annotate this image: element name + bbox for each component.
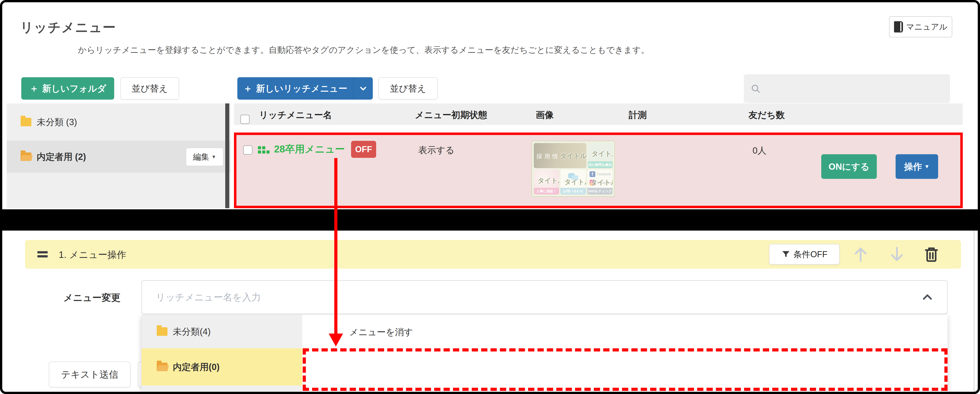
tile-title: タイトル — [560, 152, 586, 160]
tile-banner: SNSをチェック — [587, 188, 612, 195]
col-header-friends: 友だち数 — [748, 109, 785, 121]
folder-open-icon — [157, 363, 167, 371]
plus-icon: ＋ — [243, 84, 253, 93]
text-send-button[interactable]: テキスト送信 — [49, 362, 130, 388]
search-input[interactable] — [765, 84, 943, 94]
menu-sort-label: 並び替え — [390, 83, 426, 95]
top-divider — [2, 2, 978, 2]
drag-handle-icon[interactable] — [37, 250, 48, 258]
dropdown-folder-label: 未分類(4) — [173, 326, 211, 338]
chevron-up-icon[interactable] — [921, 291, 934, 303]
col-header-name: リッチメニュー名 — [259, 109, 332, 121]
arrow-down-icon — [887, 245, 907, 264]
rich-menu-thumbnail[interactable]: 採用情 タイトル タイトル 就活の疑問を解決！ タイトル 人事に相談！ タイトル… — [531, 141, 615, 197]
caret-down-icon: ▼ — [212, 154, 216, 160]
dropdown-item-delete-menu[interactable]: メニューを消す — [349, 326, 413, 338]
folder-icon — [21, 118, 31, 126]
trash-icon — [923, 246, 940, 263]
tile-title: タイトル — [591, 178, 612, 187]
new-rich-menu-split-button: ＋ 新しいリッチメニュー — [237, 77, 373, 100]
new-rich-menu-caret-button[interactable] — [353, 77, 373, 100]
chevron-down-icon — [359, 84, 367, 92]
rich-menu-name-link[interactable]: 28卒用メニュー — [274, 143, 345, 156]
caret-down-icon: ▼ — [924, 164, 930, 170]
condition-off-label: 条件OFF — [794, 249, 827, 260]
tile-title: タイトル — [538, 176, 559, 185]
new-rich-menu-label: 新しいリッチメニュー — [256, 83, 347, 95]
screenshot-root: リッチメニュー からリッチメニューを登録することができます。自動応答やタグのアク… — [0, 0, 980, 394]
dropdown-folder-column: 未分類(4) 内定者用(0) — [142, 315, 302, 392]
action-label: 操作 — [904, 160, 922, 173]
move-up-button[interactable] — [851, 245, 870, 264]
text-send-label: テキスト送信 — [61, 368, 118, 381]
search-box — [744, 74, 950, 103]
folder-open-icon — [21, 153, 31, 161]
menu-sort-button[interactable]: 並び替え — [379, 77, 438, 100]
status-badge: OFF — [351, 141, 376, 158]
col-header-initial-state: メニュー初期状態 — [415, 109, 487, 121]
edit-label: 編集 — [193, 152, 209, 162]
thumbnail-tile: タイトル 人事に相談！ — [534, 170, 559, 195]
menu-change-label: メニュー変更 — [64, 291, 121, 304]
action-block-title: 1. メニュー操作 — [59, 248, 126, 261]
folder-item-naiteisha[interactable]: 内定者用 (2) 編集 ▼ — [7, 141, 231, 173]
table-row-highlighted: 28卒用メニュー OFF 表示する 採用情 タイトル タイトル 就活の疑問を解決… — [234, 132, 963, 208]
folder-edit-button[interactable]: 編集 ▼ — [186, 148, 223, 166]
col-header-measure: 計測 — [629, 109, 647, 121]
delete-block-button[interactable] — [923, 246, 940, 263]
folder-panel-scrollbar[interactable] — [225, 103, 229, 208]
thumbnail-tile: タイトル 就活の疑問を解決！ — [588, 143, 612, 168]
dropdown-folder-unclassified[interactable]: 未分類(4) — [142, 315, 302, 348]
move-down-button[interactable] — [887, 245, 907, 264]
arrow-up-icon — [851, 245, 870, 264]
new-folder-button[interactable]: ＋ 新しいフォルダ — [21, 77, 114, 100]
search-icon — [751, 84, 761, 94]
plus-icon: ＋ — [29, 84, 39, 93]
menu-select-dropdown: 未分類(4) 内定者用(0) メニューを消す — [142, 315, 948, 392]
folder-item-unclassified[interactable]: 未分類 (3) — [7, 103, 231, 141]
manual-button-label: マニュアル — [906, 22, 947, 32]
dropdown-folder-naiteisha[interactable]: 内定者用(0) — [142, 348, 302, 386]
condition-off-button[interactable]: 条件OFF — [769, 244, 840, 265]
separator-band — [0, 209, 980, 230]
folder-sort-button[interactable]: 並び替え — [121, 77, 179, 100]
facebook-icon — [590, 171, 595, 177]
page-description: からリッチメニューを登録することができます。自動応答やタグのアクションを使って、… — [78, 44, 649, 56]
menu-change-input-wrap — [142, 280, 948, 314]
grid-drag-icon — [258, 146, 270, 156]
row-checkbox[interactable] — [243, 145, 253, 155]
folder-icon — [157, 327, 167, 336]
new-folder-label: 新しいフォルダ — [42, 83, 107, 95]
table-header-row: リッチメニュー名 メニュー初期状態 画像 計測 友だち数 — [234, 103, 963, 125]
action-block-header: 1. メニュー操作 条件OFF — [25, 240, 961, 268]
folder-label: 内定者用 (2) — [37, 151, 86, 163]
row-action-button[interactable]: 操作 ▼ — [896, 154, 938, 179]
folder-label: 未分類 (3) — [37, 116, 77, 128]
folder-panel: 未分類 (3) 内定者用 (2) 編集 ▼ — [7, 103, 231, 208]
turn-on-button[interactable]: ONにする — [821, 154, 877, 179]
thumbnail-tile: Facebook Instagram タイトル SNSをチェック — [587, 170, 612, 195]
thumbnail-tile: 採用情 タイトル — [534, 143, 586, 168]
tile-banner: 人事に相談！ — [534, 188, 559, 195]
tile-title: タイトル — [565, 178, 586, 186]
tile-banner: 就活の疑問を解決！ — [588, 161, 612, 168]
manual-button[interactable]: マニュアル — [889, 16, 952, 37]
page-title: リッチメニュー — [20, 19, 116, 36]
tile-banner: お問い合わせ — [560, 188, 586, 195]
filter-icon — [781, 250, 791, 259]
rich-menu-name-input[interactable] — [155, 292, 921, 303]
tile-photo-text: 採用情 — [536, 153, 560, 160]
book-icon — [894, 21, 903, 32]
new-rich-menu-button[interactable]: ＋ 新しいリッチメニュー — [237, 77, 353, 100]
initial-state-value: 表示する — [418, 144, 455, 156]
facebook-label: Facebook — [597, 172, 611, 176]
card-right-border — [974, 230, 974, 392]
folder-sort-label: 並び替え — [132, 83, 168, 95]
thumbnail-tile: タイトル お問い合わせ — [560, 170, 586, 195]
friends-count: 0人 — [752, 145, 767, 157]
dropdown-folder-label: 内定者用(0) — [173, 361, 220, 373]
col-header-image: 画像 — [536, 109, 554, 121]
tile-title: タイトル — [592, 149, 612, 158]
